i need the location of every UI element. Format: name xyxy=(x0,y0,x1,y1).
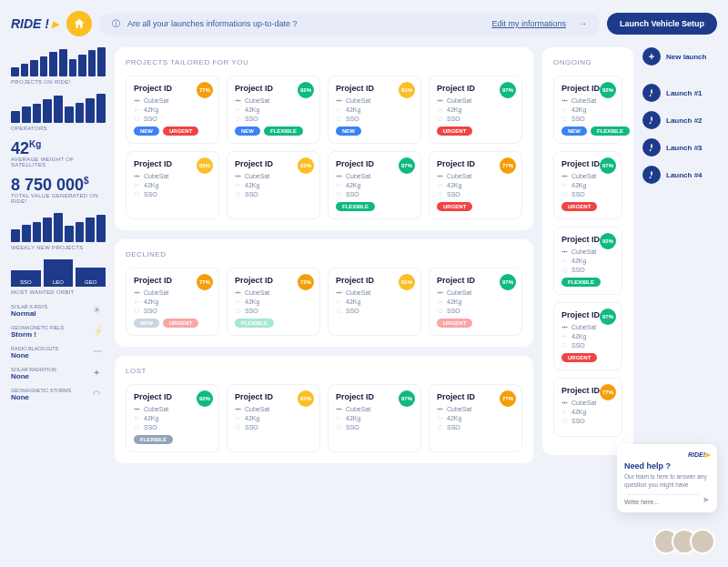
card-weight: 42Kg xyxy=(561,409,614,415)
svg-rect-24 xyxy=(339,176,340,177)
svg-rect-74 xyxy=(566,251,567,252)
project-card[interactable]: 83% Project ID CubeSat 42Kg SSO NEW xyxy=(328,76,421,144)
tag-flexible: FLEXIBLE xyxy=(561,278,601,287)
ongoing-title: ONGOING xyxy=(553,58,622,66)
card-type: CubeSat xyxy=(561,248,614,255)
svg-rect-13 xyxy=(438,100,439,101)
project-card[interactable]: 82% Project ID CubeSat 42Kg SSO xyxy=(227,151,320,219)
help-widget: RIDE!▶ Need help ? Our team is here to a… xyxy=(617,444,717,474)
edit-info-link[interactable]: Edit my informations xyxy=(491,19,566,28)
plus-icon xyxy=(642,47,661,66)
launch-link-3[interactable]: Launch #3 xyxy=(642,138,717,157)
svg-point-67 xyxy=(562,116,567,121)
svg-point-75 xyxy=(562,268,567,272)
svg-rect-65 xyxy=(562,100,563,101)
svg-rect-5 xyxy=(236,100,237,101)
svg-rect-32 xyxy=(136,292,138,294)
project-card[interactable]: 77% Project ID CubeSat 42Kg SSO URGENT xyxy=(429,151,522,219)
svg-rect-21 xyxy=(236,176,237,177)
new-launch-button[interactable]: New launch xyxy=(642,47,717,66)
match-badge: 82% xyxy=(399,274,415,290)
avg-weight-value: 42Kg xyxy=(11,140,106,157)
project-card[interactable]: 97% Project ID CubeSat 42Kg SSO URGENT xyxy=(429,76,522,144)
project-card[interactable]: 97% Project ID CubeSat 42Kg SSO xyxy=(328,384,421,452)
svg-rect-80 xyxy=(564,402,566,404)
home-button[interactable] xyxy=(66,11,92,36)
svg-rect-76 xyxy=(564,327,566,329)
card-orbit: SSO xyxy=(336,424,413,430)
card-orbit: SSO xyxy=(437,191,514,197)
match-badge: 97% xyxy=(399,390,415,407)
launch-link-2[interactable]: Launch #2 xyxy=(642,111,717,129)
match-badge: 92% xyxy=(197,390,213,407)
tag-urgent: URGENT xyxy=(561,202,597,211)
launch-link-1[interactable]: Launch #1 xyxy=(642,84,717,102)
project-card[interactable]: 92% Project ID CubeSat 42Kg SSO FLEXIBLE xyxy=(126,384,219,452)
project-card[interactable]: 97% Project ID CubeSat 42Kg SSO URGENT xyxy=(429,268,522,336)
project-card[interactable]: 97% Project ID CubeSat 42Kg SSO URGENT xyxy=(553,151,622,219)
card-orbit: SSO xyxy=(336,308,413,314)
project-card[interactable]: 77% Project ID CubeSat 42Kg SSO NEWURGEN… xyxy=(126,76,219,144)
total-value: 8 750 000$ xyxy=(11,177,106,193)
card-orbit: SSO xyxy=(134,191,211,197)
svg-rect-10 xyxy=(340,100,341,101)
card-orbit: SSO xyxy=(561,267,614,273)
info-icon: ⓘ xyxy=(112,18,120,30)
match-badge: 92% xyxy=(600,233,616,249)
project-card[interactable]: 77% Project ID CubeSat 42Kg SSO xyxy=(429,384,522,452)
tag-new: NEW xyxy=(336,127,361,136)
project-card[interactable]: 72% Project ID CubeSat 42Kg SSO FLEXIBLE xyxy=(227,268,320,336)
svg-point-63 xyxy=(438,425,442,430)
card-weight: 42Kg xyxy=(235,415,312,421)
match-badge: 83% xyxy=(399,82,415,98)
orbit-bar-leo: LEO xyxy=(44,259,74,287)
weather-value: Storm ! xyxy=(11,330,64,339)
weather-row: RADIO BLACKOUTS None 〰 xyxy=(11,346,106,359)
svg-rect-69 xyxy=(562,176,563,177)
card-type: CubeSat xyxy=(336,173,413,179)
svg-rect-44 xyxy=(440,292,441,294)
svg-rect-61 xyxy=(438,409,439,410)
card-weight: 42Kg xyxy=(437,415,514,421)
project-card[interactable]: 82% Project ID CubeSat 42Kg SSO xyxy=(227,384,320,452)
tag-urgent: URGENT xyxy=(437,127,472,136)
launch-link-4[interactable]: Launch #4 xyxy=(642,166,717,184)
orbit-chart: SSO LEO GEO xyxy=(11,259,106,287)
card-weight: 42Kg xyxy=(561,106,614,113)
svg-point-11 xyxy=(337,116,341,121)
operators-chart-label: OPERATORS xyxy=(11,126,106,131)
tag-new: NEW xyxy=(561,127,587,136)
card-orbit: SSO xyxy=(561,116,614,122)
project-card[interactable]: 77% Project ID CubeSat 42Kg SSO xyxy=(553,378,622,437)
info-banner: ⓘ Are all your launches informations up-… xyxy=(99,13,600,35)
project-card[interactable]: 97% Project ID CubeSat 42Kg SSO URGENT xyxy=(553,302,622,370)
card-weight: 42Kg xyxy=(437,299,514,305)
tag-flexible: FLEXIBLE xyxy=(336,202,375,211)
launch-vehicle-setup-button[interactable]: Launch Vehicle Setup xyxy=(607,13,717,35)
card-type: CubeSat xyxy=(437,289,514,296)
weather-value: Normal xyxy=(11,309,47,318)
home-icon xyxy=(73,17,86,30)
svg-rect-38 xyxy=(239,292,240,293)
banner-question: Are all your launches informations up-to… xyxy=(127,19,484,28)
project-card[interactable]: 92% Project ID CubeSat 42Kg SSO NEWFLEXI… xyxy=(227,76,320,144)
match-badge: 83% xyxy=(197,157,213,174)
card-orbit: SSO xyxy=(235,191,312,197)
project-card[interactable]: 82% Project ID CubeSat 42Kg SSO xyxy=(328,268,421,336)
projects-chart-label: PROJECTS ON RIDE! xyxy=(11,79,106,85)
match-badge: 97% xyxy=(500,274,516,290)
svg-point-3 xyxy=(135,116,139,121)
project-card[interactable]: 92% Project ID CubeSat 42Kg SSO NEWFLEXI… xyxy=(553,76,622,144)
svg-rect-34 xyxy=(138,292,139,293)
svg-point-71 xyxy=(562,192,567,197)
svg-rect-18 xyxy=(138,176,139,177)
weather-row: SOLAR X-RAYS Normal ☀ xyxy=(11,304,106,318)
tag-urgent-m: URGENT xyxy=(437,319,472,328)
project-card[interactable]: 83% Project ID CubeSat 42Kg SSO xyxy=(126,151,219,219)
svg-point-43 xyxy=(337,309,341,313)
match-badge: 77% xyxy=(500,390,516,407)
project-card[interactable]: 77% Project ID CubeSat 42Kg SSO NEWURGEN… xyxy=(126,268,219,336)
project-card[interactable]: 92% Project ID CubeSat 42Kg SSO FLEXIBLE xyxy=(553,227,622,295)
project-card[interactable]: 97% Project ID CubeSat 42Kg SSO FLEXIBLE xyxy=(328,151,421,219)
logo: RIDE !▶ xyxy=(11,16,59,31)
